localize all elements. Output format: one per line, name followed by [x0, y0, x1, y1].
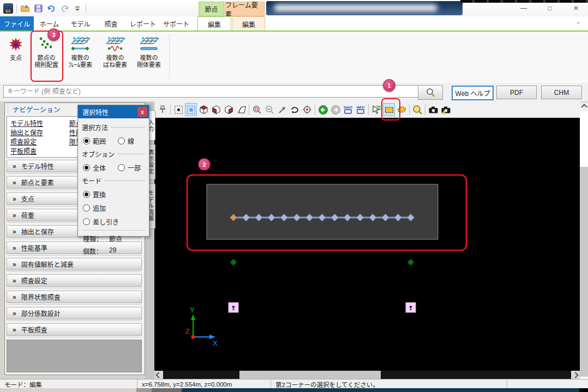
zoom-in-icon[interactable]	[251, 103, 263, 116]
minimize-button[interactable]: —	[518, 3, 530, 13]
keyword-search-input[interactable]	[3, 85, 419, 98]
separator	[368, 104, 369, 115]
select-element-icon[interactable]	[185, 103, 197, 116]
pointer-select-icon[interactable]	[370, 103, 382, 116]
radio-icon	[83, 204, 90, 212]
nav-link-extract-save[interactable]: 抽出と保存	[10, 128, 69, 137]
navigation-filler	[7, 340, 142, 372]
select-node-icon[interactable]	[172, 103, 184, 116]
ribbon-button-node-regular-placement[interactable]: 節点の規則配置	[32, 33, 61, 83]
screenshot-icon[interactable]: SHOT	[342, 103, 354, 116]
svg-text:Z: Z	[185, 327, 190, 335]
nav-link-check-settings[interactable]: 照査設定	[10, 137, 69, 146]
rotate-view-icon[interactable]	[289, 103, 301, 116]
tab-node-edit[interactable]: 編集	[197, 16, 231, 31]
scrollbar-track[interactable]	[163, 371, 571, 379]
pdf-button[interactable]: PDF	[496, 86, 537, 99]
tab-support[interactable]: サポート	[160, 16, 193, 31]
nav-section-check-settings[interactable]: »照査設定	[7, 274, 142, 287]
close-button[interactable]: ✕	[570, 3, 582, 13]
horizontal-scrollbar[interactable]	[154, 371, 580, 379]
ribbon-content: 支点 節点の規則配置 複数のﾌﾚｰﾑ要素 複数のばね要素 複数の剛体要素	[0, 32, 588, 83]
group-label-selection-method: 選択方法	[82, 123, 145, 132]
nav-section-eigenvalue[interactable]: »固有値解析と減衰	[7, 258, 142, 270]
radio-range[interactable]: 範囲	[83, 136, 106, 146]
selection-count-row: 個数：29	[83, 246, 145, 256]
maximize-button[interactable]: □	[544, 3, 556, 13]
view-front-icon[interactable]	[210, 103, 222, 116]
radio-whole[interactable]: 全体	[83, 163, 106, 172]
ribbon-button-multi-frame-elements[interactable]: 複数のﾌﾚｰﾑ要素	[63, 33, 97, 83]
lasso-select-icon[interactable]	[395, 103, 407, 116]
radio-add[interactable]: 追加	[83, 203, 145, 213]
customize-quick-access-icon[interactable]	[73, 3, 82, 13]
status-empty	[507, 379, 588, 389]
zoom-out-icon[interactable]	[263, 103, 275, 116]
nav-section-limit-state[interactable]: »限界状態照査	[7, 291, 142, 303]
view-isometric-icon[interactable]	[197, 103, 209, 116]
redo-icon[interactable]	[59, 3, 69, 13]
dialog-close-button[interactable]: x	[137, 107, 147, 117]
camera-capture-icon[interactable]	[427, 103, 439, 116]
ribbon-button-multi-spring-elements[interactable]: 複数のばね要素	[99, 33, 131, 83]
view-perspective-icon[interactable]	[235, 103, 247, 116]
radio-partial[interactable]: 一部	[118, 163, 141, 172]
separator	[409, 104, 410, 115]
separator	[315, 104, 315, 115]
camera-import-icon[interactable]	[440, 103, 452, 116]
nav-link-model-properties[interactable]: モデル特性	[10, 118, 69, 128]
ribbon-tab-row: ファイル ホーム モデル 照査 レポート サポート 編集 編集	[0, 16, 588, 31]
chm-button[interactable]: CHM	[541, 86, 582, 99]
save-icon[interactable]	[33, 3, 43, 13]
ribbon-button-support[interactable]: 支点	[4, 33, 27, 83]
search-button[interactable]	[418, 85, 443, 100]
window-title-redacted	[266, 1, 463, 15]
range-select-icon[interactable]	[383, 103, 395, 116]
scroll-left-icon[interactable]	[154, 371, 163, 379]
undo-icon[interactable]	[46, 3, 56, 13]
scrollbar-thumb[interactable]	[239, 371, 381, 379]
radio-line[interactable]: 線	[118, 136, 134, 146]
web-help-button[interactable]: Web ヘルプ	[452, 86, 494, 100]
separator	[82, 230, 145, 231]
center-view-icon[interactable]	[301, 103, 313, 116]
history-back-icon[interactable]	[317, 103, 329, 116]
tab-model[interactable]: モデル	[65, 16, 96, 31]
ribbon-button-multi-rigid-elements[interactable]: 複数の剛体要素	[133, 33, 165, 83]
open-file-icon[interactable]	[20, 3, 30, 13]
status-bar: モード：編集 x=6.758m, y=2.554m, z=0.000m 第2コー…	[0, 379, 588, 389]
tutorial-badge-1: 1	[383, 79, 395, 92]
radio-subtract[interactable]: 差し引き	[83, 217, 145, 226]
radio-icon	[83, 191, 90, 198]
tab-check[interactable]: 照査	[96, 16, 126, 31]
separator	[425, 104, 425, 115]
screenshot-info-icon[interactable]: INFO	[355, 103, 367, 116]
scroll-right-icon[interactable]	[571, 371, 580, 379]
radio-replace[interactable]: 置換	[83, 190, 145, 199]
find-icon[interactable]	[411, 103, 423, 116]
tab-file[interactable]: ファイル	[0, 16, 34, 31]
structural-model-drawing: YZX	[154, 118, 580, 371]
scrollbar-thumb[interactable]	[580, 167, 588, 377]
scrollbar-track[interactable]	[580, 111, 588, 379]
zoom-extents-icon[interactable]	[276, 103, 288, 116]
pin-icon[interactable]	[157, 103, 169, 116]
dialog-title[interactable]: 選択特性 x	[78, 105, 149, 118]
vertical-scrollbar[interactable]	[580, 102, 588, 379]
scroll-up-icon[interactable]	[580, 102, 588, 111]
separator	[169, 34, 170, 79]
view-side-icon[interactable]	[223, 103, 235, 116]
separator	[249, 104, 249, 115]
nav-section-partial-factor[interactable]: »部分係数設計	[7, 307, 142, 319]
app-logo-icon: ES	[3, 3, 13, 14]
tab-report[interactable]: レポート	[126, 16, 160, 31]
separator	[86, 4, 86, 13]
nav-link-plate-check[interactable]: 平板照査	[10, 146, 69, 155]
tab-frame-edit[interactable]: 編集	[232, 16, 265, 31]
model-canvas[interactable]: YZX	[154, 118, 580, 371]
history-forward-icon[interactable]	[329, 103, 341, 116]
tab-home[interactable]: ホーム	[34, 16, 65, 31]
nav-section-plate-check[interactable]: »平板照査	[7, 323, 142, 336]
svg-text:Y: Y	[190, 306, 195, 314]
ribbon-collapse-chevron-icon[interactable]: ^	[573, 20, 584, 28]
